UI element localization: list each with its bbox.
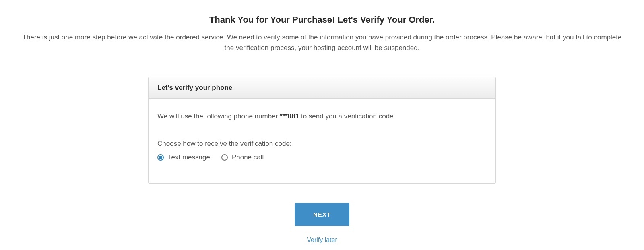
radio-phone-call[interactable]: Phone call <box>221 153 264 161</box>
phone-info-line: We will use the following phone number *… <box>157 112 487 120</box>
phone-info-post: to send you a verification code. <box>299 112 395 120</box>
next-button[interactable]: Next <box>295 203 349 226</box>
radio-text-message-label: Text message <box>168 153 210 161</box>
choose-method-label: Choose how to receive the verification c… <box>157 140 487 148</box>
page-headline: Thank You for Your Purchase! Let's Verif… <box>16 14 628 25</box>
page-subtext: There is just one more step before we ac… <box>20 32 624 53</box>
radio-phone-call-label: Phone call <box>232 153 264 161</box>
radio-dot-icon <box>157 154 164 161</box>
phone-info-pre: We will use the following phone number <box>157 112 280 120</box>
card-title: Let's verify your phone <box>149 77 495 99</box>
radio-text-message[interactable]: Text message <box>157 153 210 161</box>
verification-method-group: Text message Phone call <box>157 153 487 161</box>
radio-dot-icon <box>221 154 228 161</box>
verify-card: Let's verify your phone We will use the … <box>148 77 496 184</box>
verify-later-link[interactable]: Verify later <box>16 236 628 244</box>
phone-masked-number: ***081 <box>280 112 299 120</box>
